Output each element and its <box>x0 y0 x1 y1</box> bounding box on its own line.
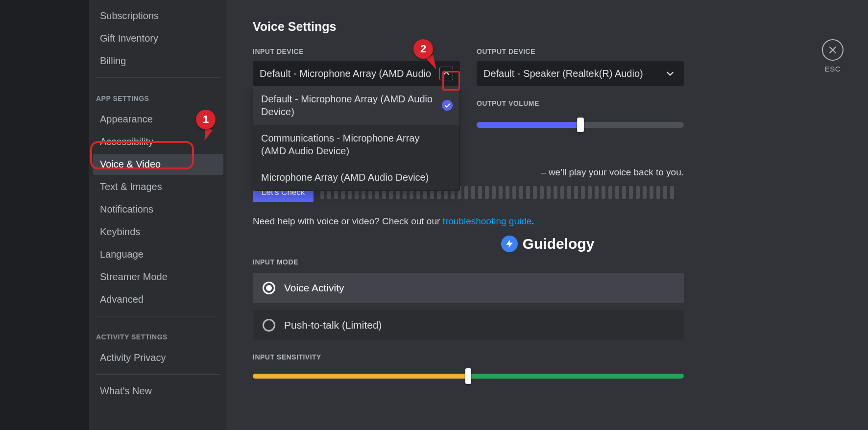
meter-bar <box>622 186 626 199</box>
radio-label: Push-to-talk (Limited) <box>284 319 382 331</box>
output-device-value: Default - Speaker (Realtek(R) Audio) <box>483 68 663 79</box>
meter-bar <box>519 186 523 199</box>
help-suffix: . <box>531 216 534 226</box>
check-icon <box>442 100 453 111</box>
slider-thumb[interactable] <box>577 118 584 132</box>
input-option-label: Communications - Microphone Array (AMD A… <box>261 133 419 156</box>
help-line: Need help with voice or video? Check out… <box>253 216 684 227</box>
sidebar-item-subscriptions[interactable]: Subscriptions <box>93 5 223 26</box>
sidebar-item-text-images[interactable]: Text & Images <box>93 176 223 197</box>
sidebar-item-whats-new[interactable]: What's New <box>93 381 223 402</box>
sidebar-item-notifications[interactable]: Notifications <box>93 199 223 220</box>
meter-bar <box>588 186 592 199</box>
meter-bar <box>608 186 612 199</box>
divider <box>96 316 220 316</box>
meter-bar <box>663 186 667 199</box>
meter-bar <box>643 186 647 199</box>
chevron-up-icon[interactable] <box>439 67 453 80</box>
meter-bar <box>670 186 674 199</box>
meter-bar <box>615 186 619 199</box>
output-device-select[interactable]: Default - Speaker (Realtek(R) Audio) <box>477 61 684 86</box>
meter-bar <box>485 186 489 199</box>
input-sensitivity-label: INPUT SENSITIVITY <box>253 353 684 361</box>
meter-bar <box>533 186 537 199</box>
meter-bar <box>464 186 468 199</box>
sensitivity-thumb[interactable] <box>465 368 471 384</box>
meter-bar <box>478 186 482 199</box>
meter-bar <box>547 186 551 199</box>
meter-bar <box>595 186 599 199</box>
input-option-communications[interactable]: Communications - Microphone Array (AMD A… <box>253 125 459 164</box>
input-device-dropdown: Default - Microphone Array (AMD Audio De… <box>253 86 460 191</box>
annotation-badge-2: 2 <box>413 39 433 59</box>
meter-bar <box>602 186 605 199</box>
page-title: Voice Settings <box>253 20 843 34</box>
input-mode-label: INPUT MODE <box>253 258 684 266</box>
mic-test-hint-tail: – we'll play your voice back to you. <box>541 167 684 178</box>
meter-bar <box>656 186 660 199</box>
meter-bar <box>567 186 571 199</box>
meter-bar <box>506 186 509 199</box>
sidebar-header-activity-settings: ACTIVITY SETTINGS <box>89 322 227 346</box>
sidebar-header-app-settings: APP SETTINGS <box>89 84 227 107</box>
main-panel: ESC Voice Settings INPUT DEVICE Default … <box>227 0 868 430</box>
input-sensitivity-slider[interactable] <box>253 374 684 379</box>
meter-bar <box>526 186 530 199</box>
divider <box>96 374 220 375</box>
radio-icon <box>263 282 275 294</box>
meter-bar <box>512 186 516 199</box>
input-device-select[interactable]: Default - Microphone Array (AMD Audio De… <box>253 61 460 86</box>
meter-bar <box>629 186 633 199</box>
sidebar-item-advanced[interactable]: Advanced <box>93 289 223 310</box>
sidebar-item-streamer-mode[interactable]: Streamer Mode <box>93 266 223 287</box>
input-option-mic-array[interactable]: Microphone Array (AMD Audio Device) <box>253 164 459 191</box>
input-mode-push-to-talk[interactable]: Push-to-talk (Limited) <box>253 310 684 340</box>
meter-bar <box>499 186 503 199</box>
radio-icon <box>263 319 275 332</box>
output-volume-label: OUTPUT VOLUME <box>477 99 684 107</box>
meter-bar <box>540 186 544 199</box>
slider-fill <box>477 122 580 128</box>
sidebar-item-voice-video[interactable]: Voice & Video <box>93 154 223 175</box>
meter-bar <box>554 186 557 199</box>
close-button[interactable] <box>822 39 844 61</box>
chevron-down-icon <box>663 67 677 80</box>
input-option-default[interactable]: Default - Microphone Array (AMD Audio De… <box>253 86 459 125</box>
meter-bar <box>574 186 578 199</box>
settings-sidebar: Subscriptions Gift Inventory Billing APP… <box>89 0 227 430</box>
meter-bar <box>650 186 653 199</box>
left-gutter <box>0 0 89 430</box>
help-prefix: Need help with voice or video? Check out… <box>253 216 443 226</box>
close-wrap: ESC <box>822 39 844 73</box>
input-option-label: Default - Microphone Array (AMD Audio De… <box>261 94 433 117</box>
input-device-value: Default - Microphone Array (AMD Audio <box>260 68 439 79</box>
input-mode-voice-activity[interactable]: Voice Activity <box>253 273 684 303</box>
divider <box>96 77 220 78</box>
output-device-label: OUTPUT DEVICE <box>477 48 684 55</box>
close-label: ESC <box>822 65 844 73</box>
sidebar-item-activity-privacy[interactable]: Activity Privacy <box>93 347 223 368</box>
sidebar-item-language[interactable]: Language <box>93 244 223 265</box>
sidebar-item-gift-inventory[interactable]: Gift Inventory <box>93 28 223 49</box>
meter-bar <box>581 186 585 199</box>
meter-bar <box>636 186 640 199</box>
meter-bar <box>471 186 475 199</box>
sidebar-item-billing[interactable]: Billing <box>93 50 223 72</box>
sidebar-item-keybinds[interactable]: Keybinds <box>93 221 223 242</box>
output-device-col: OUTPUT DEVICE Default - Speaker (Realtek… <box>477 48 684 128</box>
annotation-badge-1: 1 <box>196 110 216 129</box>
watermark-text: Guidelogy <box>523 236 595 252</box>
bolt-icon <box>501 236 518 252</box>
close-icon <box>828 45 838 55</box>
meter-bar <box>492 186 496 199</box>
troubleshooting-link[interactable]: troubleshooting guide <box>443 216 532 226</box>
watermark: Guidelogy <box>253 236 843 252</box>
radio-label: Voice Activity <box>284 282 344 294</box>
output-volume-slider[interactable] <box>477 122 684 128</box>
input-option-label: Microphone Array (AMD Audio Device) <box>261 172 429 183</box>
meter-bar <box>560 186 564 199</box>
